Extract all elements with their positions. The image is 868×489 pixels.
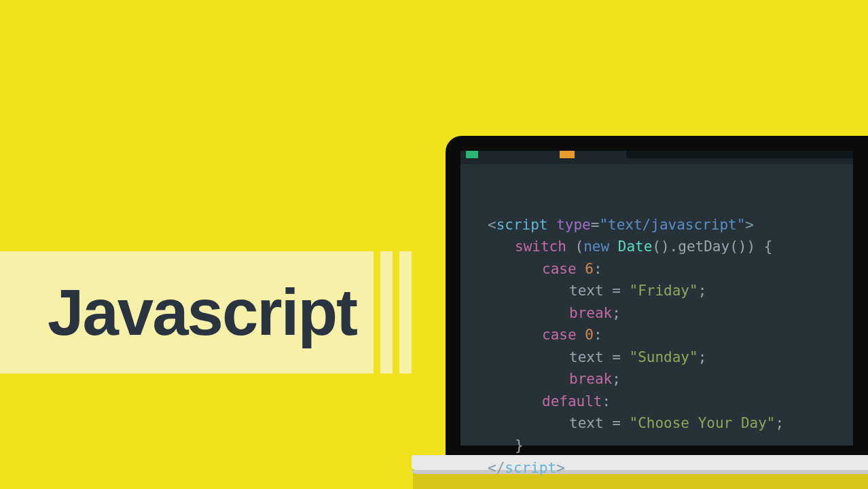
- code-line-5: break;: [488, 302, 621, 325]
- page-title: Javascript: [0, 275, 357, 350]
- tab-indicator-orange: [560, 151, 575, 158]
- code-line-9: default:: [488, 391, 611, 413]
- code-line-3: case 6:: [488, 258, 602, 280]
- editor-tabbar: [460, 151, 853, 164]
- code-line-12: </script>: [488, 460, 565, 476]
- laptop-bezel: <script type="text/javascript"> switch (…: [446, 136, 868, 455]
- tab-dark-region: [626, 151, 853, 158]
- title-band: Javascript: [0, 251, 374, 374]
- code-line-8: break;: [488, 368, 621, 391]
- editor-screen: <script type="text/javascript"> switch (…: [460, 151, 853, 446]
- code-line-11: }: [488, 435, 524, 457]
- tab-indicator-green: [466, 151, 478, 158]
- code-line-1: <script type="text/javascript">: [488, 217, 754, 233]
- laptop-illustration: <script type="text/javascript"> switch (…: [446, 136, 868, 489]
- code-line-10: text = "Choose Your Day";: [488, 412, 784, 435]
- code-block: <script type="text/javascript"> switch (…: [460, 164, 853, 489]
- title-stripe-2: [399, 251, 412, 374]
- code-line-6: case 0:: [488, 324, 602, 346]
- code-line-2: switch (new Date().getDay()) {: [488, 236, 772, 258]
- code-line-4: text = "Friday";: [488, 280, 706, 302]
- code-line-7: text = "Sunday";: [488, 346, 706, 369]
- title-stripe-1: [380, 251, 393, 374]
